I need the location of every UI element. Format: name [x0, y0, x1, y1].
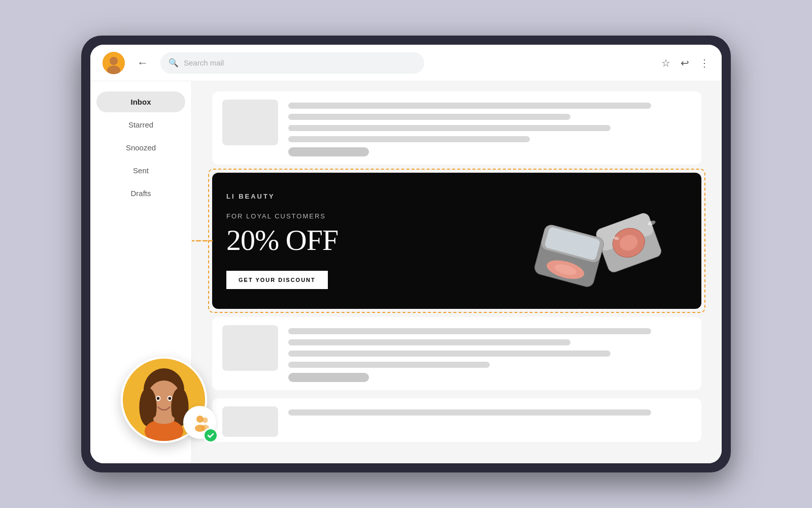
ad-connector-line: [192, 220, 212, 261]
more-icon[interactable]: ⋮: [699, 57, 709, 69]
sidebar-item-drafts[interactable]: Drafts: [96, 183, 185, 204]
svg-point-23: [157, 397, 160, 400]
email-thumbnail: [222, 406, 278, 437]
skeleton-line: [288, 125, 611, 131]
skeleton-line: [288, 339, 570, 345]
search-input-placeholder: Search mail: [184, 58, 224, 67]
featured-email-row[interactable]: LI BEAUTY FOR LOYAL CUSTOMERS 20% OFF GE…: [212, 173, 701, 309]
top-bar: ← 🔍 Search mail ☆ ↩ ⋮: [90, 45, 722, 81]
star-icon[interactable]: ☆: [661, 57, 670, 69]
email-content-lines: [288, 100, 691, 156]
verified-checkmark-badge: [203, 428, 218, 443]
sidebar-item-sent[interactable]: Sent: [96, 160, 185, 181]
email-pane: LI BEAUTY FOR LOYAL CUSTOMERS 20% OFF GE…: [192, 81, 722, 463]
back-button[interactable]: ←: [133, 54, 152, 72]
skeleton-line: [288, 362, 490, 368]
avatar[interactable]: [103, 52, 125, 74]
tablet-frame: ← 🔍 Search mail ☆ ↩ ⋮ Inbox Starred Snoo…: [81, 36, 731, 472]
ad-banner: LI BEAUTY FOR LOYAL CUSTOMERS 20% OFF GE…: [212, 173, 701, 309]
email-content-lines: [288, 406, 691, 416]
email-row[interactable]: [212, 91, 701, 165]
reply-icon[interactable]: ↩: [681, 57, 689, 69]
svg-point-24: [168, 397, 172, 400]
svg-point-1: [110, 57, 118, 65]
ad-discount: 20% OFF: [226, 224, 515, 257]
ad-tagline: FOR LOYAL CUSTOMERS: [226, 212, 515, 220]
email-content-lines: [288, 325, 691, 382]
skeleton-line: [288, 114, 570, 120]
email-row[interactable]: [212, 398, 701, 442]
search-bar[interactable]: 🔍 Search mail: [160, 52, 424, 74]
svg-point-25: [153, 415, 175, 424]
email-thumbnail: [222, 325, 278, 371]
cosmetics-illustration: [530, 185, 682, 297]
skeleton-line: [288, 103, 651, 109]
skeleton-line: [288, 351, 611, 357]
skeleton-tag: [288, 147, 369, 156]
user-avatar-overlay: [121, 357, 207, 443]
checkmark-icon: [207, 431, 215, 439]
top-right-icons: ☆ ↩ ⋮: [661, 57, 709, 69]
ad-product-image: [525, 185, 687, 297]
skeleton-line: [288, 409, 651, 416]
skeleton-line: [288, 328, 651, 334]
email-row[interactable]: [212, 317, 701, 390]
ad-brand-name: LI BEAUTY: [226, 193, 515, 200]
ad-cta-button[interactable]: GET YOUR DISCOUNT: [226, 271, 328, 289]
search-icon: 🔍: [168, 58, 179, 68]
tablet-screen: ← 🔍 Search mail ☆ ↩ ⋮ Inbox Starred Snoo…: [90, 45, 722, 463]
skeleton-tag: [288, 373, 369, 382]
ad-text-side: LI BEAUTY FOR LOYAL CUSTOMERS 20% OFF GE…: [226, 193, 515, 289]
skeleton-line: [288, 136, 530, 142]
sidebar-item-inbox[interactable]: Inbox: [96, 91, 185, 112]
email-thumbnail: [222, 100, 278, 145]
sidebar-item-starred[interactable]: Starred: [96, 114, 185, 135]
svg-point-28: [202, 417, 208, 423]
sidebar-item-snoozed[interactable]: Snoozed: [96, 137, 185, 158]
